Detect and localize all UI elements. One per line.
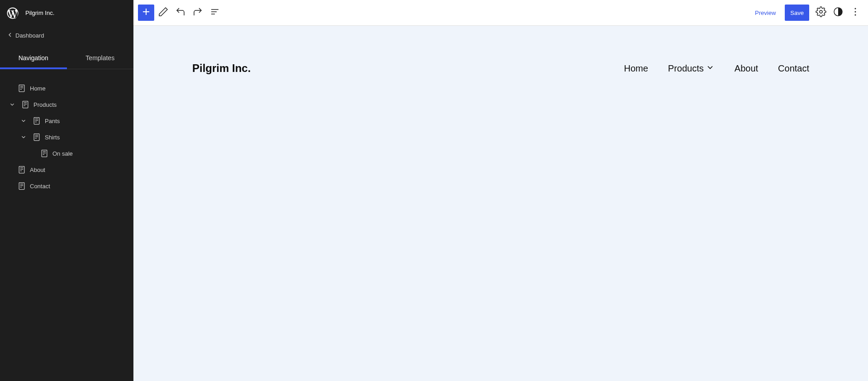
more-vertical-icon xyxy=(850,6,861,19)
svg-rect-0 xyxy=(19,85,24,92)
nav-item-label: Home xyxy=(30,85,46,92)
toolbar-right: Preview Save xyxy=(749,5,863,21)
navigation-tree: Home Products Pants xyxy=(0,69,133,205)
undo-icon xyxy=(175,6,186,19)
page-icon xyxy=(32,116,41,125)
svg-rect-24 xyxy=(19,183,24,190)
nav-item-home[interactable]: Home xyxy=(7,80,126,96)
svg-point-36 xyxy=(855,11,856,13)
nav-item-label: Shirts xyxy=(45,134,60,141)
chevron-down-icon[interactable] xyxy=(19,134,28,140)
page-icon xyxy=(21,100,30,109)
nav-link-products[interactable]: Products xyxy=(668,63,715,74)
page-icon xyxy=(17,84,26,93)
site-title-block[interactable]: Pilgrim Inc. xyxy=(192,62,251,75)
nav-item-on-sale[interactable]: On sale xyxy=(7,145,126,162)
nav-link-contact[interactable]: Contact xyxy=(778,63,809,74)
nav-item-label: Contact xyxy=(30,183,50,190)
toolbar-left xyxy=(138,5,223,21)
nav-item-pants[interactable]: Pants xyxy=(7,113,126,129)
navigation-block[interactable]: Home Products About Contact xyxy=(624,63,810,74)
document-overview-button[interactable] xyxy=(207,5,223,21)
pencil-icon xyxy=(158,6,169,19)
page-icon xyxy=(40,149,49,158)
styles-button[interactable] xyxy=(830,5,846,21)
svg-point-37 xyxy=(855,14,856,16)
nav-item-shirts[interactable]: Shirts xyxy=(7,129,126,145)
redo-button[interactable] xyxy=(190,5,206,21)
chevron-down-icon xyxy=(706,63,715,74)
chevron-left-icon xyxy=(6,31,14,40)
svg-rect-8 xyxy=(34,118,39,124)
half-circle-icon xyxy=(833,6,844,19)
site-title: Pilgrim Inc. xyxy=(25,10,54,16)
nav-link-home[interactable]: Home xyxy=(624,63,648,74)
nav-item-about[interactable]: About xyxy=(7,162,126,178)
chevron-down-icon[interactable] xyxy=(7,101,17,108)
page-icon xyxy=(17,165,26,174)
nav-item-label: Products xyxy=(33,101,57,108)
svg-rect-4 xyxy=(23,101,28,108)
svg-rect-16 xyxy=(42,150,47,157)
chevron-down-icon[interactable] xyxy=(19,118,28,124)
gear-icon xyxy=(816,6,826,19)
nav-item-products[interactable]: Products xyxy=(7,96,126,113)
nav-item-contact[interactable]: Contact xyxy=(7,178,126,194)
site-header-block[interactable]: Pilgrim Inc. Home Products About Contact xyxy=(192,62,809,75)
options-button[interactable] xyxy=(847,5,863,21)
svg-point-33 xyxy=(820,10,822,13)
list-view-icon xyxy=(209,6,220,19)
svg-rect-20 xyxy=(19,167,24,173)
page-icon xyxy=(17,181,26,190)
page-icon xyxy=(32,133,41,142)
editor-toolbar: Preview Save xyxy=(133,0,868,26)
editor-main: Preview Save Pilgrim Inc. H xyxy=(133,0,868,381)
wordpress-logo-icon[interactable] xyxy=(6,6,19,20)
save-button[interactable]: Save xyxy=(785,5,809,21)
editor-canvas[interactable]: Pilgrim Inc. Home Products About Contact xyxy=(133,26,868,381)
nav-link-about[interactable]: About xyxy=(735,63,758,74)
sidebar: Pilgrim Inc. Dashboard Navigation Templa… xyxy=(0,0,133,381)
redo-icon xyxy=(192,6,203,19)
svg-point-35 xyxy=(855,8,856,10)
preview-button[interactable]: Preview xyxy=(749,5,781,21)
sidebar-header: Pilgrim Inc. xyxy=(0,0,133,26)
sidebar-tabs: Navigation Templates xyxy=(0,47,133,69)
tab-navigation[interactable]: Navigation xyxy=(0,47,67,69)
undo-button[interactable] xyxy=(172,5,189,21)
inserter-button[interactable] xyxy=(138,5,154,21)
plus-icon xyxy=(141,6,152,19)
nav-link-label: Products xyxy=(668,63,704,74)
settings-button[interactable] xyxy=(813,5,829,21)
svg-rect-12 xyxy=(34,134,39,141)
tab-templates[interactable]: Templates xyxy=(67,47,134,69)
nav-item-label: Pants xyxy=(45,118,60,124)
back-to-dashboard[interactable]: Dashboard xyxy=(0,26,133,47)
nav-item-label: On sale xyxy=(52,150,73,157)
nav-item-label: About xyxy=(30,167,45,173)
tools-button[interactable] xyxy=(155,5,171,21)
back-label: Dashboard xyxy=(15,32,44,39)
